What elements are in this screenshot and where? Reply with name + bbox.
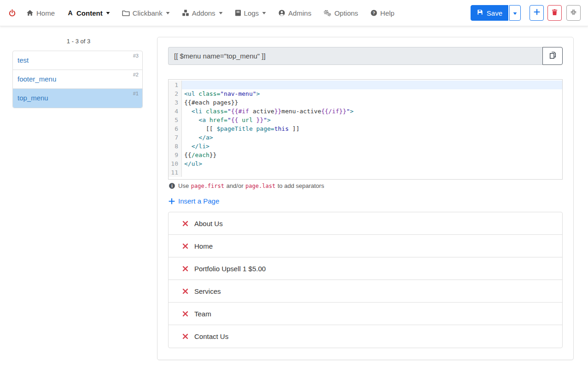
nav-item-options[interactable]: Options xyxy=(323,9,358,17)
floppy-icon xyxy=(477,9,483,17)
page-row: Services xyxy=(169,280,562,303)
code-token: {{#if xyxy=(231,108,249,115)
line-code[interactable]: </li> xyxy=(182,142,562,151)
line-code[interactable]: [[ $pageTitle page=this ]] xyxy=(182,124,562,133)
pages-list: About UsHomePortfolio Upsell 1 $5.00Serv… xyxy=(168,212,563,348)
code-editor[interactable]: 12<ul class="nav-menu">3{{#each pages}}4… xyxy=(168,79,563,180)
code-token: {{ xyxy=(231,117,239,123)
remove-page-button[interactable] xyxy=(182,243,188,249)
line-code[interactable]: <a href="{{ url }}"> xyxy=(182,116,562,124)
code-token: {{/if}} xyxy=(321,108,346,115)
compress-button[interactable] xyxy=(566,5,581,21)
shortcode-input[interactable] xyxy=(168,47,542,65)
caret-down-icon xyxy=(106,12,110,15)
menu-list-item[interactable]: footer_menu#2 xyxy=(13,70,142,89)
line-number: 4 xyxy=(169,107,182,116)
svg-text:i: i xyxy=(171,184,173,188)
power-icon[interactable] xyxy=(8,9,16,17)
editor-line: 1 xyxy=(169,81,562,89)
line-code[interactable] xyxy=(182,81,562,89)
menu-item-label: footer_menu xyxy=(17,75,56,83)
code-token: > xyxy=(350,108,354,115)
line-code[interactable]: <ul class="nav-menu"> xyxy=(182,89,562,98)
remove-page-button[interactable] xyxy=(182,288,188,294)
inline-code: page.last xyxy=(245,183,276,189)
nav-item-label: Clickbank xyxy=(133,9,163,17)
line-number: 11 xyxy=(169,168,182,177)
code-token xyxy=(184,143,192,150)
code-token: class= xyxy=(206,108,227,115)
code-token: /each xyxy=(192,152,210,158)
nav-item-admins[interactable]: Admins xyxy=(278,9,311,17)
code-token: href= xyxy=(210,117,227,123)
code-token: [[ xyxy=(184,125,216,132)
info-note: i Use page.first and/or page.last to add… xyxy=(169,182,563,189)
code-token: <li xyxy=(192,108,202,115)
navbar: HomeAContentClickbankAddonsLogsAdminsOpt… xyxy=(0,0,588,26)
gears-icon xyxy=(323,9,332,17)
folder-icon xyxy=(122,10,130,17)
results-counter: 1 - 3 of 3 xyxy=(13,38,144,45)
editor-line: 4 <li class="{{#if active}}menu-active{{… xyxy=(169,107,562,116)
copy-button[interactable] xyxy=(542,47,563,65)
code-token: url xyxy=(238,117,256,123)
line-code[interactable]: </ul> xyxy=(182,159,562,168)
font-icon: A xyxy=(67,10,74,17)
code-token: }} xyxy=(256,117,264,123)
remove-page-button[interactable] xyxy=(182,311,188,317)
nav-item-clickbank[interactable]: Clickbank xyxy=(122,9,170,17)
menu-item-badge: #3 xyxy=(133,53,139,58)
nav-item-addons[interactable]: Addons xyxy=(182,9,223,17)
code-token: this xyxy=(274,125,289,132)
navbar-actions: Save xyxy=(471,5,581,21)
line-code[interactable]: <li class="{{#if active}}menu-active{{/i… xyxy=(182,107,562,116)
menu-item-label: top_menu xyxy=(17,94,48,102)
line-code[interactable]: </a> xyxy=(182,133,562,142)
nav-item-label: Help xyxy=(380,9,395,17)
page-row: Team xyxy=(169,303,562,325)
insert-page-link[interactable]: Insert a Page xyxy=(169,197,219,205)
editor-line: 6 [[ $pageTitle page=this ]] xyxy=(169,124,562,133)
menu-item-label: test xyxy=(17,56,29,64)
editor-line: 2<ul class="nav-menu"> xyxy=(169,89,562,98)
line-number: 2 xyxy=(169,89,182,98)
editor-line: 7 </a> xyxy=(169,133,562,142)
logs-icon xyxy=(235,9,241,17)
remove-page-button[interactable] xyxy=(182,333,188,339)
save-button[interactable]: Save xyxy=(471,5,508,21)
menu-item-badge: #2 xyxy=(133,72,139,77)
line-code[interactable]: {{/each}} xyxy=(182,151,562,159)
nav-item-logs[interactable]: Logs xyxy=(235,9,267,17)
code-token: {{#each pages}} xyxy=(184,99,238,106)
nav-item-label: Home xyxy=(36,9,55,17)
page-row: Portfolio Upsell 1 $5.00 xyxy=(169,257,562,280)
nav-item-label: Admins xyxy=(288,9,311,17)
menu-list-item[interactable]: test#3 xyxy=(13,51,142,70)
code-token xyxy=(184,117,198,123)
line-code[interactable]: {{#each pages}} xyxy=(182,98,562,107)
nav-item-home[interactable]: Home xyxy=(26,9,55,17)
nav-item-content[interactable]: AContent xyxy=(67,9,110,17)
remove-page-button[interactable] xyxy=(182,266,188,272)
save-dropdown-button[interactable] xyxy=(509,5,521,21)
line-number: 8 xyxy=(169,142,182,151)
menu-item-badge: #1 xyxy=(133,91,139,96)
menus-sidebar: 1 - 3 of 3 test#3footer_menu#2top_menu#1 xyxy=(0,26,157,108)
remove-page-button[interactable] xyxy=(182,221,188,227)
main-panel: 12<ul class="nav-menu">3{{#each pages}}4… xyxy=(157,26,588,360)
code-token: <a xyxy=(198,117,206,123)
insert-page-label: Insert a Page xyxy=(178,197,219,205)
shortcode-group xyxy=(168,47,563,65)
code-token: }} xyxy=(210,152,217,158)
line-code[interactable] xyxy=(182,168,562,177)
menu-list-item[interactable]: top_menu#1 xyxy=(13,89,142,108)
info-circle-icon: i xyxy=(169,182,175,189)
delete-menu-button[interactable] xyxy=(547,5,562,21)
code-token: </ul> xyxy=(184,160,202,167)
code-token xyxy=(206,117,210,123)
code-token: ]] xyxy=(289,125,299,132)
editor-line: 3{{#each pages}} xyxy=(169,98,562,107)
nav-item-help[interactable]: ?Help xyxy=(370,9,395,17)
page-row: About Us xyxy=(169,212,562,235)
add-menu-button[interactable] xyxy=(530,5,544,21)
